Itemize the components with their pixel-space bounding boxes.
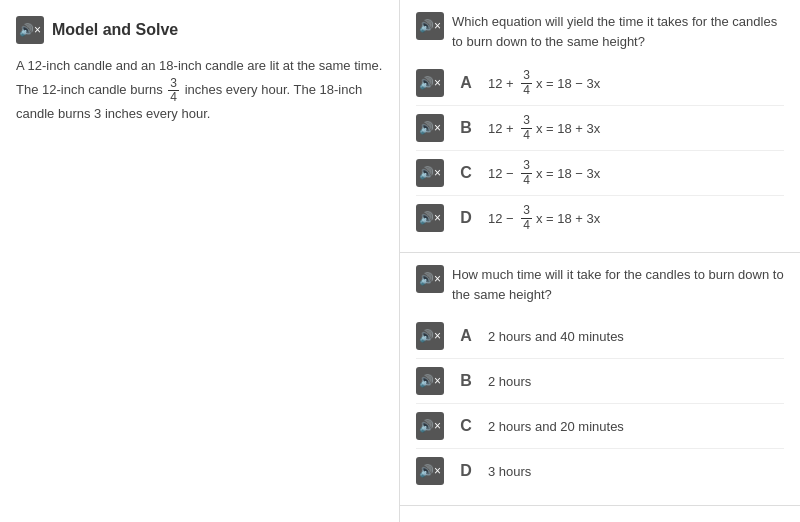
audio-button-1c[interactable]: 🔊× <box>416 159 444 187</box>
option-2d: 🔊× D 3 hours <box>416 449 784 493</box>
option-2a: 🔊× A 2 hours and 40 minutes <box>416 314 784 359</box>
option-letter-1a: A <box>456 74 476 92</box>
fraction-1d: 34 <box>521 204 532 231</box>
option-1b: 🔊× B 12 + 34x = 18 + 3x <box>416 106 784 151</box>
option-letter-1d: D <box>456 209 476 227</box>
option-content-1d: 12 − 34x = 18 + 3x <box>488 204 600 231</box>
fraction-1b: 34 <box>521 114 532 141</box>
option-content-2b: 2 hours <box>488 374 531 389</box>
fraction-denominator: 4 <box>168 91 179 104</box>
option-1d: 🔊× D 12 − 34x = 18 + 3x <box>416 196 784 240</box>
option-2c: 🔊× C 2 hours and 20 minutes <box>416 404 784 449</box>
option-content-2d: 3 hours <box>488 464 531 479</box>
fraction-1c: 34 <box>521 159 532 186</box>
option-1c: 🔊× C 12 − 34x = 18 − 3x <box>416 151 784 196</box>
audio-button-2d[interactable]: 🔊× <box>416 457 444 485</box>
section-title: 🔊× Model and Solve <box>16 16 383 44</box>
speaker-x-icon-1c: 🔊× <box>419 166 441 180</box>
audio-button-2a[interactable]: 🔊× <box>416 322 444 350</box>
option-letter-1b: B <box>456 119 476 137</box>
question-1-header: 🔊× Which equation will yield the time it… <box>416 12 784 51</box>
option-content-1b: 12 + 34x = 18 + 3x <box>488 114 600 141</box>
question-1-text: Which equation will yield the time it ta… <box>452 12 784 51</box>
option-letter-1c: C <box>456 164 476 182</box>
speaker-x-icon-q1: 🔊× <box>419 19 441 33</box>
speaker-x-icon-1d: 🔊× <box>419 211 441 225</box>
speaker-x-icon-1a: 🔊× <box>419 76 441 90</box>
option-content-2c: 2 hours and 20 minutes <box>488 419 624 434</box>
speaker-x-icon-2d: 🔊× <box>419 464 441 478</box>
audio-button-1d[interactable]: 🔊× <box>416 204 444 232</box>
option-content-1a: 12 + 34x = 18 − 3x <box>488 69 600 96</box>
option-2b: 🔊× B 2 hours <box>416 359 784 404</box>
audio-button-1a[interactable]: 🔊× <box>416 69 444 97</box>
option-letter-2a: A <box>456 327 476 345</box>
fraction-numerator: 3 <box>168 77 179 91</box>
option-content-2a: 2 hours and 40 minutes <box>488 329 624 344</box>
option-letter-2c: C <box>456 417 476 435</box>
section-heading: Model and Solve <box>52 21 178 39</box>
audio-button-title[interactable]: 🔊× <box>16 16 44 44</box>
fraction-1a: 34 <box>521 69 532 96</box>
left-panel: 🔊× Model and Solve A 12-inch candle and … <box>0 0 400 522</box>
audio-button-q2[interactable]: 🔊× <box>416 265 444 293</box>
speaker-x-icon: 🔊× <box>19 23 41 37</box>
audio-button-2c[interactable]: 🔊× <box>416 412 444 440</box>
problem-text: A 12-inch candle and an 18-inch candle a… <box>16 56 383 125</box>
speaker-x-icon-q2: 🔊× <box>419 272 441 286</box>
option-1a: 🔊× A 12 + 34x = 18 − 3x <box>416 61 784 106</box>
right-panel: 🔊× Which equation will yield the time it… <box>400 0 800 522</box>
audio-button-1b[interactable]: 🔊× <box>416 114 444 142</box>
question-2-block: 🔊× How much time will it take for the ca… <box>400 253 800 506</box>
fraction-3-4: 3 4 <box>168 77 179 104</box>
speaker-x-icon-1b: 🔊× <box>419 121 441 135</box>
question-2-text: How much time will it take for the candl… <box>452 265 784 304</box>
option-letter-2b: B <box>456 372 476 390</box>
question-2-header: 🔊× How much time will it take for the ca… <box>416 265 784 304</box>
option-letter-2d: D <box>456 462 476 480</box>
audio-button-q1[interactable]: 🔊× <box>416 12 444 40</box>
question-1-block: 🔊× Which equation will yield the time it… <box>400 0 800 253</box>
speaker-x-icon-2c: 🔊× <box>419 419 441 433</box>
option-content-1c: 12 − 34x = 18 − 3x <box>488 159 600 186</box>
speaker-x-icon-2b: 🔊× <box>419 374 441 388</box>
speaker-x-icon-2a: 🔊× <box>419 329 441 343</box>
audio-button-2b[interactable]: 🔊× <box>416 367 444 395</box>
